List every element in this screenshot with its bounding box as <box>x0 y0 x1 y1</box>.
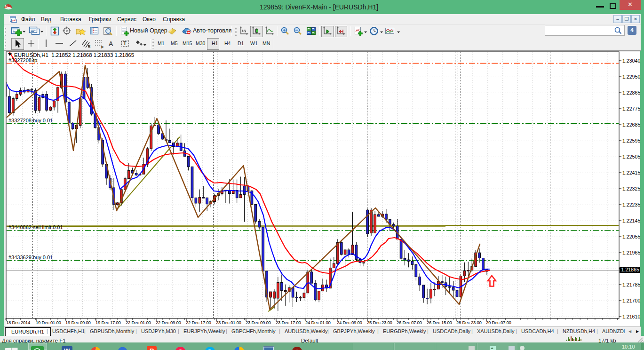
svg-text:F: F <box>101 45 103 49</box>
svg-text:1.22055: 1.22055 <box>622 234 640 239</box>
svg-text:1.22325: 1.22325 <box>622 186 640 191</box>
svg-text:26 Dec 07:00: 26 Dec 07:00 <box>397 320 421 325</box>
svg-text:29 Dec 07:00: 29 Dec 07:00 <box>486 320 511 325</box>
svg-text:23 Dec 09:00: 23 Dec 09:00 <box>246 320 270 325</box>
svg-text:22 Dec 09:00: 22 Dec 09:00 <box>156 320 181 325</box>
svg-text:W: W <box>64 347 70 350</box>
svg-text:1.21700: 1.21700 <box>622 298 640 303</box>
svg-text:25 Dec 23:00: 25 Dec 23:00 <box>367 320 392 325</box>
svg-text:1.21785: 1.21785 <box>622 282 640 287</box>
svg-text:1.22415: 1.22415 <box>622 170 640 175</box>
svg-text:19 Dec 17:00: 19 Dec 17:00 <box>95 320 120 325</box>
svg-text:1.22950: 1.22950 <box>622 74 640 80</box>
svg-text:1.21865: 1.21865 <box>621 267 639 272</box>
svg-text:#3327208 tp: #3327208 tp <box>8 57 37 63</box>
svg-text:#3327208 buy 0.01: #3327208 buy 0.01 <box>8 118 53 123</box>
svg-text:#3440862 sell limit 0.01: #3440862 sell limit 0.01 <box>8 224 63 230</box>
svg-text:1.22685: 1.22685 <box>622 122 640 127</box>
svg-text:1.22505: 1.22505 <box>622 154 640 159</box>
svg-text:24 Dec 09:00: 24 Dec 09:00 <box>337 320 362 325</box>
svg-text:23 Dec 01:00: 23 Dec 01:00 <box>216 320 241 325</box>
svg-text:18 Dec 2014: 18 Dec 2014 <box>6 320 31 325</box>
svg-text:24 Dec 01:00: 24 Dec 01:00 <box>305 320 330 325</box>
svg-text:S: S <box>207 348 212 350</box>
svg-text:22 Dec 17:00: 22 Dec 17:00 <box>186 320 211 325</box>
svg-text:R: R <box>150 347 154 350</box>
svg-text:1.23040: 1.23040 <box>622 58 640 64</box>
svg-text:1.22775: 1.22775 <box>622 106 640 111</box>
svg-text:EURUSDh,H1 1.21852 1.21868 1.: EURUSDh,H1 1.21852 1.21868 1.21833 1.218… <box>14 52 134 58</box>
svg-text:28 Dec 23:00: 28 Dec 23:00 <box>456 320 481 325</box>
svg-text:1.22145: 1.22145 <box>622 218 640 223</box>
svg-text:E: E <box>88 44 91 48</box>
svg-text:1.22865: 1.22865 <box>622 90 640 95</box>
svg-text:1.21610: 1.21610 <box>622 314 640 319</box>
svg-text:#3433629 buy 0.01: #3433629 buy 0.01 <box>8 255 53 260</box>
svg-text:T: T <box>123 40 127 46</box>
svg-text:1.22235: 1.22235 <box>622 202 640 207</box>
svg-text:19 Dec 09:00: 19 Dec 09:00 <box>65 320 90 325</box>
svg-text:1.22595: 1.22595 <box>622 138 640 143</box>
svg-text:1.21965: 1.21965 <box>622 250 640 255</box>
svg-text:fx: fx <box>5 4 8 8</box>
svg-text:19 Dec 01:00: 19 Dec 01:00 <box>36 320 61 325</box>
svg-text:22 Dec 01:00: 22 Dec 01:00 <box>126 320 151 325</box>
svg-text:23 Dec 17:00: 23 Dec 17:00 <box>276 320 301 325</box>
svg-text:26 Dec 15:00: 26 Dec 15:00 <box>427 320 452 325</box>
